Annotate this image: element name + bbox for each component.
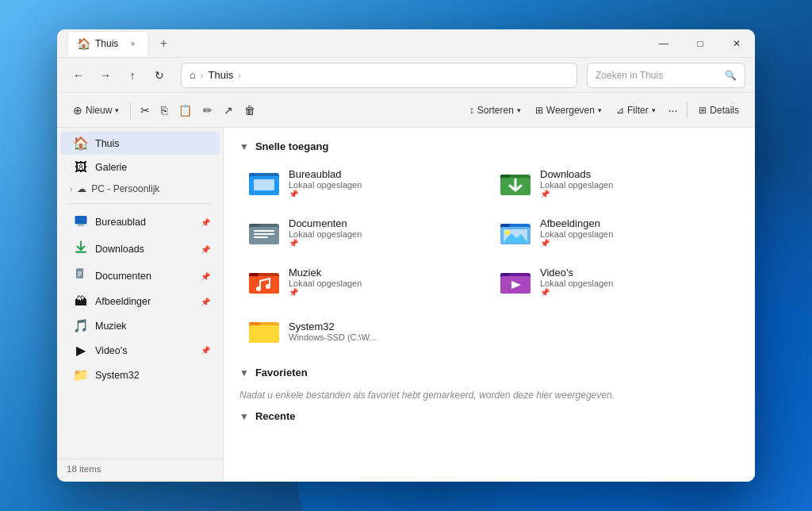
downloads-pin-icon: 📌 xyxy=(201,245,210,254)
afbeeldingen-icon xyxy=(499,216,532,249)
muziek-info: Muziek Lokaal opgeslagen 📌 xyxy=(289,267,480,297)
sidebar-label-system32: System32 xyxy=(95,370,210,381)
documenten-pin: 📌 xyxy=(289,239,480,248)
search-bar[interactable]: Zoeken in Thuis 🔍 xyxy=(587,63,745,88)
svg-rect-1 xyxy=(79,225,83,226)
documenten-sub: Lokaal opgeslagen xyxy=(289,229,480,239)
address-bar[interactable]: ⌂ › Thuis › xyxy=(181,63,577,88)
paste-button[interactable]: 📋 xyxy=(174,98,197,122)
folder-item-muziek[interactable]: Muziek Lokaal opgeslagen 📌 xyxy=(239,259,488,305)
videos-info: Video's Lokaal opgeslagen 📌 xyxy=(540,267,731,297)
tab-close-button[interactable]: × xyxy=(126,37,139,50)
videos-sub: Lokaal opgeslagen xyxy=(540,279,731,288)
sidebar-item-thuis[interactable]: 🏠 Thuis xyxy=(60,132,220,155)
recent-chevron[interactable]: ▼ xyxy=(239,411,249,422)
svg-rect-5 xyxy=(76,269,83,279)
breadcrumb-thuis: Thuis xyxy=(209,69,234,81)
sidebar-label-downloads: Downloads xyxy=(95,244,194,255)
tab-home-icon: 🏠 xyxy=(77,37,90,50)
cut-button[interactable]: ✂ xyxy=(136,98,155,122)
svg-rect-21 xyxy=(249,224,260,227)
sidebar-item-pc[interactable]: › ☁ PC - Persoonlijk xyxy=(60,180,220,198)
muziek-sub: Lokaal opgeslagen xyxy=(289,279,480,288)
svg-rect-3 xyxy=(75,252,86,253)
back-button[interactable]: ← xyxy=(67,63,90,87)
quick-access-title: Snelle toegang xyxy=(255,140,328,152)
title-bar: 🏠 Thuis × + — □ ✕ xyxy=(57,29,755,58)
folder-item-bureaublad[interactable]: Bureaublad Lokaal opgeslagen 📌 xyxy=(239,160,488,206)
favorites-chevron[interactable]: ▼ xyxy=(239,367,249,378)
favorites-empty-text: Nadat u enkele bestanden als favoriet he… xyxy=(239,386,739,407)
delete-button[interactable]: 🗑 xyxy=(239,98,260,122)
folder-item-afbeeldingen[interactable]: Afbeeldingen Lokaal opgeslagen 📌 xyxy=(491,209,739,256)
folder-item-videos[interactable]: Video's Lokaal opgeslagen 📌 xyxy=(491,259,739,305)
svg-rect-11 xyxy=(254,179,274,190)
content-area: ▼ Snelle toegang Bureaublad xyxy=(224,128,755,482)
sidebar-label-galerie: Galerie xyxy=(95,162,210,173)
sidebar-label-muziek: Muziek xyxy=(95,321,210,332)
documenten-pin-icon: 📌 xyxy=(201,272,210,281)
quick-access-chevron[interactable]: ▼ xyxy=(239,141,249,152)
refresh-button[interactable]: ↻ xyxy=(147,63,171,87)
folder-item-documenten[interactable]: Documenten Lokaal opgeslagen 📌 xyxy=(239,209,488,256)
bureaublad-info: Bureaublad Lokaal opgeslagen 📌 xyxy=(289,168,480,198)
afbeeldingen-pin-icon: 📌 xyxy=(201,298,210,306)
details-button[interactable]: ⊞ Details xyxy=(692,98,745,122)
file-explorer-window: 🏠 Thuis × + — □ ✕ ← → ↑ ↻ ⌂ › Thuis › Zo… xyxy=(57,29,755,482)
new-button[interactable]: ⊕ Nieuw ▾ xyxy=(67,98,125,122)
videos-sidebar-icon: ▶ xyxy=(73,343,89,358)
share-button[interactable]: ↗ xyxy=(219,98,238,122)
view-button[interactable]: ⊞ Weergeven ▾ xyxy=(529,98,608,122)
system32-info: System32 Windows-SSD (C:\W... xyxy=(289,321,480,342)
sidebar-label-afbeeldingen: Afbeeldinger xyxy=(95,296,194,307)
svg-rect-29 xyxy=(249,276,279,294)
more-button[interactable]: ··· xyxy=(664,98,683,122)
sidebar-item-downloads[interactable]: Downloads 📌 xyxy=(60,236,220,262)
item-count: 18 items xyxy=(67,464,101,474)
sidebar-item-afbeeldingen[interactable]: 🏔 Afbeeldinger 📌 xyxy=(60,290,220,313)
system32-icon xyxy=(247,314,281,348)
afbeeldingen-info: Afbeeldingen Lokaal opgeslagen 📌 xyxy=(540,217,731,248)
sidebar-item-videos[interactable]: ▶ Video's 📌 xyxy=(60,339,220,362)
maximize-button[interactable]: □ xyxy=(682,29,718,58)
new-tab-button[interactable]: + xyxy=(152,33,174,55)
videos-icon xyxy=(499,265,532,298)
search-icon: 🔍 xyxy=(725,70,737,81)
svg-rect-39 xyxy=(249,322,260,325)
filter-button[interactable]: ⊿ Filter ▾ xyxy=(610,98,662,122)
sort-button[interactable]: ↕ Sorteren ▾ xyxy=(463,98,527,122)
sidebar-item-galerie[interactable]: 🖼 Galerie xyxy=(60,156,220,179)
afbeeldingen-name: Afbeeldingen xyxy=(540,217,731,229)
quick-access-header: ▼ Snelle toegang xyxy=(239,140,739,152)
up-button[interactable]: ↑ xyxy=(121,63,144,87)
toolbar: ⊕ Nieuw ▾ ✂ ⎘ 📋 ✏ ↗ 🗑 ↕ Sorteren ▾ ⊞ Wee… xyxy=(57,93,755,128)
minimize-button[interactable]: — xyxy=(645,29,682,58)
svg-rect-19 xyxy=(254,233,274,235)
svg-rect-36 xyxy=(500,273,510,276)
muziek-pin: 📌 xyxy=(289,288,480,297)
sidebar-item-muziek[interactable]: 🎵 Muziek xyxy=(60,314,220,337)
filter-icon: ⊿ xyxy=(616,105,624,116)
active-tab[interactable]: 🏠 Thuis × xyxy=(67,31,149,56)
svg-rect-2 xyxy=(78,225,85,226)
sidebar-item-documenten[interactable]: Documenten 📌 xyxy=(60,263,220,289)
downloads-icon xyxy=(499,167,532,200)
recent-title: Recente xyxy=(255,410,296,422)
forward-button[interactable]: → xyxy=(94,63,117,87)
separator-1 xyxy=(130,102,131,118)
copy-button[interactable]: ⎘ xyxy=(156,98,172,122)
sidebar-item-system32[interactable]: 📁 System32 xyxy=(60,363,220,386)
sort-icon: ↕ xyxy=(469,105,474,116)
rename-button[interactable]: ✏ xyxy=(198,98,217,122)
toolbar-right: ↕ Sorteren ▾ ⊞ Weergeven ▾ ⊿ Filter ▾ ··… xyxy=(463,98,745,122)
close-button[interactable]: ✕ xyxy=(718,29,755,58)
folder-item-system32[interactable]: System32 Windows-SSD (C:\W... xyxy=(239,308,488,354)
sidebar-item-bureaublad[interactable]: Bureaublad 📌 xyxy=(60,209,220,235)
galerie-icon: 🖼 xyxy=(73,160,89,175)
downloads-name: Downloads xyxy=(540,168,731,180)
folder-item-downloads[interactable]: Downloads Lokaal opgeslagen 📌 xyxy=(491,160,739,206)
view-icon: ⊞ xyxy=(535,105,543,116)
main-area: 🏠 Thuis 🖼 Galerie › ☁ PC - Persoonlijk B… xyxy=(57,128,755,482)
system32-name: System32 xyxy=(289,321,480,332)
tab-area: 🏠 Thuis × + xyxy=(67,29,645,57)
